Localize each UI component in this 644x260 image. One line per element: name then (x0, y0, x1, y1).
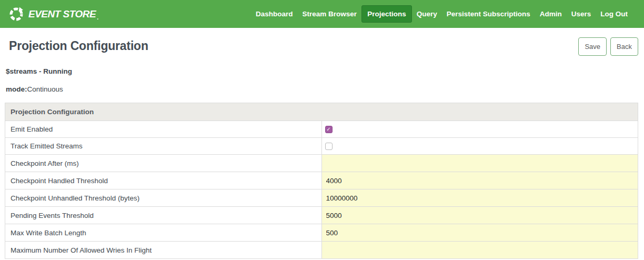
mode-label: mode: (6, 85, 27, 93)
brand-name: EVENT STORE (28, 8, 96, 20)
projection-config-table: Projection Configuration Emit Enabled ✓ … (5, 103, 638, 259)
row-value-cell (321, 207, 638, 224)
row-value-cell (321, 155, 638, 172)
nav-item-users[interactable]: Users (567, 5, 596, 23)
row-value-cell: ✓ (321, 121, 638, 138)
row-label: Checkpoint After (ms) (5, 155, 322, 172)
projection-mode: mode:Continuous (6, 85, 638, 93)
row-label: Checkpoint Handled Threshold (5, 172, 322, 189)
table-header: Projection Configuration (5, 103, 638, 121)
table-row: Emit Enabled ✓ (5, 121, 638, 138)
row-label: Max Write Batch Length (5, 224, 322, 242)
checkbox-unchecked[interactable] (325, 143, 333, 150)
brand-logo[interactable]: EVENT STORE . (8, 6, 98, 22)
nav-item-projections[interactable]: Projections (361, 5, 412, 23)
config-value-input[interactable] (322, 189, 638, 206)
save-button[interactable]: Save (578, 37, 607, 56)
table-row: Max Write Batch Length (5, 224, 638, 242)
projection-status: $streams - Running (6, 67, 638, 75)
row-label: Track Emitted Streams (5, 138, 322, 155)
page-content: Projection Configuration Save Back $stre… (0, 39, 644, 259)
row-label: Maximum Number Of Allowed Wries In Fligh… (5, 242, 322, 259)
mode-value: Continuous (27, 85, 63, 93)
top-navbar: EVENT STORE . DashboardStream BrowserPro… (0, 0, 644, 28)
config-value-input[interactable] (322, 155, 638, 172)
checkbox-checked[interactable]: ✓ (325, 126, 333, 133)
table-row: Track Emitted Streams (5, 138, 638, 155)
config-value-input[interactable] (322, 172, 638, 189)
table-row: Checkpoint Unhandled Threshold (bytes) (5, 189, 638, 207)
nav-menu: DashboardStream BrowserProjectionsQueryP… (251, 5, 632, 23)
table-row: Checkpoint After (ms) (5, 155, 638, 172)
table-row: Pending Events Threshold (5, 207, 638, 224)
page-header: Projection Configuration Save Back (5, 39, 638, 56)
nav-item-stream-browser[interactable]: Stream Browser (298, 5, 362, 23)
table-row: Checkpoint Handled Threshold (5, 172, 638, 189)
config-value-input[interactable] (322, 224, 638, 241)
nav-item-query[interactable]: Query (412, 5, 442, 23)
action-buttons: Save Back (578, 37, 638, 56)
nav-item-dashboard[interactable]: Dashboard (251, 5, 298, 23)
event-store-circular-arrow-icon (8, 6, 24, 22)
table-row: Maximum Number Of Allowed Wries In Fligh… (5, 242, 638, 259)
page-title: Projection Configuration (9, 39, 148, 53)
nav-item-log-out[interactable]: Log Out (596, 5, 632, 23)
row-value-cell (321, 189, 638, 207)
row-label: Emit Enabled (5, 121, 322, 138)
row-value-cell (321, 242, 638, 259)
row-value-cell (321, 224, 638, 242)
config-value-input[interactable] (322, 242, 638, 258)
row-value-cell (321, 138, 638, 155)
back-button[interactable]: Back (610, 37, 638, 56)
config-value-input[interactable] (322, 207, 638, 224)
row-label: Checkpoint Unhandled Threshold (bytes) (5, 189, 322, 207)
row-value-cell (321, 172, 638, 189)
nav-item-persistent-subscriptions[interactable]: Persistent Subscriptions (442, 5, 535, 23)
config-table-body: Emit Enabled ✓ Track Emitted Streams Che… (5, 121, 638, 259)
nav-item-admin[interactable]: Admin (535, 5, 567, 23)
row-label: Pending Events Threshold (5, 207, 322, 224)
brand-suffix: . (97, 14, 98, 22)
